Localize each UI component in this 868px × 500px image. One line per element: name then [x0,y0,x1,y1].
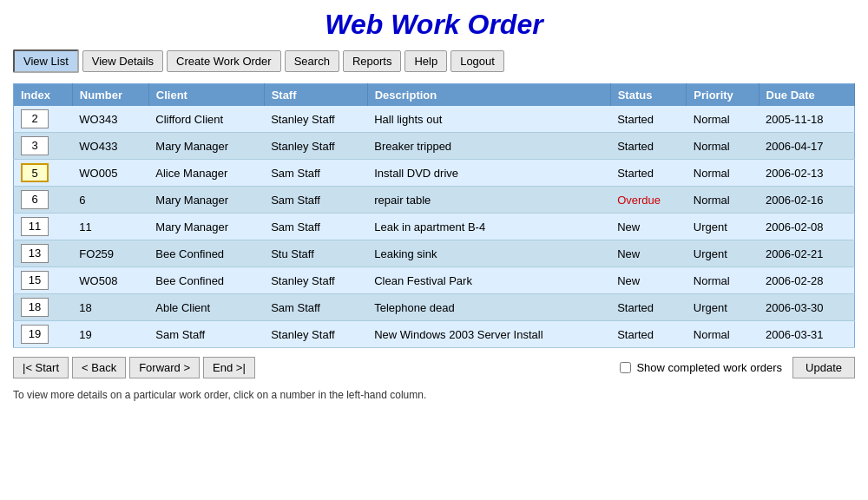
cell-dueDate: 2006-02-28 [759,267,855,294]
show-completed-container: Show completed work orders [620,361,782,374]
cell-number: 6 [72,187,148,214]
index-button[interactable]: 2 [21,109,49,128]
forward-button[interactable]: Forward > [129,357,200,378]
cell-client: Clifford Client [148,106,264,133]
cell-priority: Urgent [687,214,759,240]
cell-dueDate: 2006-02-16 [759,187,855,214]
index-button[interactable]: 6 [21,190,49,209]
cell-description: Install DVD drive [367,160,610,187]
cell-description: New Windows 2003 Server Install [367,321,610,348]
cell-status: New [610,240,687,267]
cell-description: Telephone dead [367,294,610,321]
back-button[interactable]: < Back [72,357,126,378]
index-button[interactable]: 19 [21,325,49,344]
cell-number: FO259 [72,240,148,267]
work-orders-table: IndexNumberClientStaffDescriptionStatusP… [13,83,855,348]
table-row: 1919Sam StaffStanley StaffNew Windows 20… [14,321,855,348]
cell-staff: Sam Staff [264,214,367,240]
table-header: IndexNumberClientStaffDescriptionStatusP… [14,84,855,107]
cell-number: WO508 [72,267,148,294]
nav-btn-view-details[interactable]: View Details [82,50,163,72]
nav-btn-reports[interactable]: Reports [343,50,402,72]
col-header-due-date: Due Date [759,84,855,107]
table-body: 2WO343Clifford ClientStanley StaffHall l… [14,106,855,348]
cell-priority: Normal [687,160,759,187]
cell-description: Leaking sink [367,240,610,267]
cell-dueDate: 2006-03-30 [759,294,855,321]
col-header-description: Description [367,84,610,107]
col-header-priority: Priority [687,84,759,107]
cell-priority: Urgent [687,240,759,267]
cell-staff: Stu Staff [264,240,367,267]
col-header-number: Number [72,84,148,107]
index-button[interactable]: 3 [21,136,49,155]
cell-description: Breaker tripped [367,133,610,160]
cell-description: Hall lights out [367,106,610,133]
navigation-bar: View ListView DetailsCreate Work OrderSe… [13,49,855,73]
cell-dueDate: 2006-02-21 [759,240,855,267]
table-row: 2WO343Clifford ClientStanley StaffHall l… [14,106,855,133]
cell-staff: Stanley Staff [264,106,367,133]
cell-status: Overdue [610,187,687,214]
table-row: 1111Mary ManagerSam StaffLeak in apartme… [14,214,855,240]
index-button[interactable]: 18 [21,298,49,317]
nav-btn-view-list[interactable]: View List [13,49,79,73]
cell-priority: Normal [687,321,759,348]
nav-btn-logout[interactable]: Logout [450,50,504,72]
col-header-client: Client [148,84,264,107]
cell-status: Started [610,133,687,160]
table-row: 15WO508Bee ConfinedStanley StaffClean Fe… [14,267,855,294]
cell-dueDate: 2006-03-31 [759,321,855,348]
cell-status: Started [610,160,687,187]
table-row: 13FO259Bee ConfinedStu StaffLeaking sink… [14,240,855,267]
col-header-index: Index [14,84,73,107]
cell-description: Leak in apartment B-4 [367,214,610,240]
cell-client: Sam Staff [148,321,264,348]
show-completed-label: Show completed work orders [636,361,782,374]
cell-priority: Urgent [687,294,759,321]
show-completed-checkbox[interactable] [620,362,631,373]
cell-client: Alice Manager [148,160,264,187]
help-text: To view more details on a particular wor… [13,389,855,401]
end-button[interactable]: End >| [203,357,255,378]
cell-staff: Sam Staff [264,187,367,214]
index-button[interactable]: 15 [21,271,49,290]
cell-staff: Stanley Staff [264,267,367,294]
cell-priority: Normal [687,106,759,133]
cell-client: Mary Manager [148,133,264,160]
nav-btn-help[interactable]: Help [404,50,447,72]
cell-client: Bee Confined [148,240,264,267]
cell-priority: Normal [687,187,759,214]
cell-staff: Stanley Staff [264,321,367,348]
cell-status: New [610,267,687,294]
cell-priority: Normal [687,267,759,294]
cell-status: New [610,214,687,240]
update-button[interactable]: Update [792,357,855,378]
cell-number: 19 [72,321,148,348]
nav-btn-create-work-order[interactable]: Create Work Order [167,50,281,72]
cell-status: Started [610,294,687,321]
col-header-status: Status [610,84,687,107]
cell-number: 11 [72,214,148,240]
cell-number: 18 [72,294,148,321]
cell-dueDate: 2006-04-17 [759,133,855,160]
cell-client: Able Client [148,294,264,321]
cell-description: repair table [367,187,610,214]
col-header-staff: Staff [264,84,367,107]
cell-number: WO343 [72,106,148,133]
cell-number: WO005 [72,160,148,187]
cell-dueDate: 2006-02-13 [759,160,855,187]
cell-status: Started [610,321,687,348]
index-button[interactable]: 11 [21,217,49,236]
cell-client: Bee Confined [148,267,264,294]
index-button[interactable]: 5 [21,163,49,182]
table-row: 1818Able ClientSam StaffTelephone deadSt… [14,294,855,321]
cell-status: Started [610,106,687,133]
cell-client: Mary Manager [148,187,264,214]
cell-dueDate: 2005-11-18 [759,106,855,133]
start-button[interactable]: |< Start [13,357,69,378]
index-button[interactable]: 13 [21,244,49,263]
nav-btn-search[interactable]: Search [285,50,339,72]
cell-description: Clean Festival Park [367,267,610,294]
cell-number: WO433 [72,133,148,160]
